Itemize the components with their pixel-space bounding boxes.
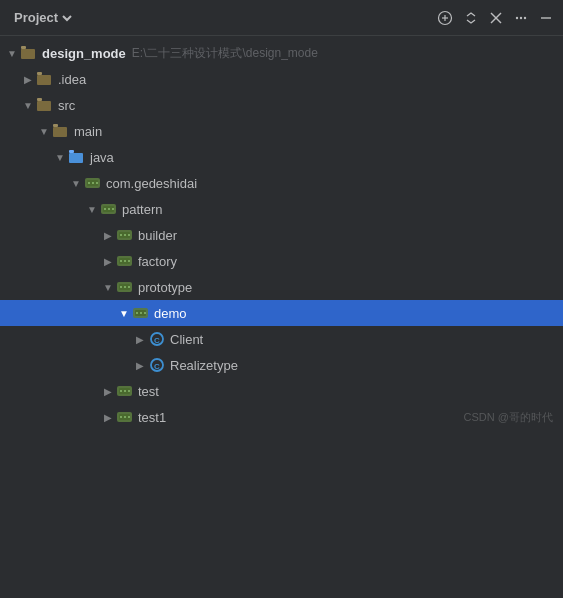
svg-rect-16 (53, 127, 67, 137)
label-pattern: pattern (122, 202, 162, 217)
label-demo: demo (154, 306, 187, 321)
path-design_mode: E:\二十三种设计模式\design_mode (132, 45, 318, 62)
svg-rect-10 (21, 49, 27, 52)
svg-text:C: C (154, 362, 160, 371)
svg-point-42 (120, 286, 122, 288)
demo-package-icon (132, 304, 150, 322)
svg-point-34 (128, 234, 130, 236)
factory-package-icon (116, 252, 134, 270)
tree-item-java[interactable]: java (0, 144, 563, 170)
more-icon[interactable] (513, 10, 529, 26)
svg-point-22 (88, 182, 90, 184)
chevron-down-icon[interactable] (62, 13, 72, 23)
java-folder-icon (68, 148, 86, 166)
builder-package-icon (116, 226, 134, 244)
tree-item-test1[interactable]: test1 CSDN @哥的时代 (0, 404, 563, 430)
project-panel: Project (0, 0, 563, 598)
tree-item-com_gedeshidai[interactable]: com.gedeshidai (0, 170, 563, 196)
svg-rect-18 (69, 153, 83, 163)
label-test: test (138, 384, 159, 399)
svg-rect-15 (37, 98, 42, 101)
label-src: src (58, 98, 75, 113)
arrow-src (20, 100, 36, 111)
project-tree: design_mode E:\二十三种设计模式\design_mode .ide… (0, 36, 563, 598)
expand-collapse-icon[interactable] (463, 10, 479, 26)
header-left: Project (14, 10, 72, 25)
svg-point-61 (120, 416, 122, 418)
svg-rect-19 (69, 150, 74, 153)
tree-item-test[interactable]: test (0, 378, 563, 404)
svg-point-47 (136, 312, 138, 314)
tree-item-prototype[interactable]: prototype (0, 274, 563, 300)
svg-point-63 (128, 416, 130, 418)
svg-point-29 (112, 208, 114, 210)
arrow-builder (100, 230, 116, 241)
svg-point-43 (124, 286, 126, 288)
svg-rect-12 (37, 75, 51, 85)
src-folder-icon (36, 96, 54, 114)
svg-point-62 (124, 416, 126, 418)
minimize-icon[interactable] (539, 11, 553, 25)
svg-point-49 (144, 312, 146, 314)
client-class-icon: C (148, 330, 166, 348)
label-java: java (90, 150, 114, 165)
svg-point-39 (128, 260, 130, 262)
panel-title: Project (14, 10, 58, 25)
arrow-factory (100, 256, 116, 267)
arrow-idea (20, 74, 36, 85)
svg-point-7 (524, 16, 526, 18)
label-com_gedeshidai: com.gedeshidai (106, 176, 197, 191)
pattern-package-icon (100, 200, 118, 218)
realizetype-class-icon: C (148, 356, 166, 374)
add-icon[interactable] (437, 10, 453, 26)
svg-point-56 (120, 390, 122, 392)
tree-item-idea[interactable]: .idea (0, 66, 563, 92)
test1-package-icon (116, 408, 134, 426)
svg-point-44 (128, 286, 130, 288)
tree-item-demo[interactable]: demo (0, 300, 563, 326)
idea-folder-icon (36, 70, 54, 88)
label-prototype: prototype (138, 280, 192, 295)
svg-point-28 (108, 208, 110, 210)
svg-point-58 (128, 390, 130, 392)
arrow-demo (116, 308, 132, 319)
tree-item-design_mode[interactable]: design_mode E:\二十三种设计模式\design_mode (0, 40, 563, 66)
svg-rect-14 (37, 101, 51, 111)
arrow-com_gedeshidai (68, 178, 84, 189)
tree-item-src[interactable]: src (0, 92, 563, 118)
label-design_mode: design_mode (42, 46, 126, 61)
tree-item-main[interactable]: main (0, 118, 563, 144)
label-builder: builder (138, 228, 177, 243)
close-icon[interactable] (489, 11, 503, 25)
arrow-main (36, 126, 52, 137)
label-client: Client (170, 332, 203, 347)
svg-point-37 (120, 260, 122, 262)
watermark-label: CSDN @哥的时代 (464, 410, 553, 425)
label-factory: factory (138, 254, 177, 269)
svg-point-57 (124, 390, 126, 392)
main-folder-icon (52, 122, 70, 140)
svg-rect-17 (53, 124, 58, 127)
arrow-pattern (84, 204, 100, 215)
com-package-icon (84, 174, 102, 192)
svg-rect-11 (21, 46, 26, 49)
label-idea: .idea (58, 72, 86, 87)
arrow-java (52, 152, 68, 163)
arrow-design_mode (4, 48, 20, 59)
test-package-icon (116, 382, 134, 400)
header-icons (437, 10, 553, 26)
svg-point-32 (120, 234, 122, 236)
svg-point-48 (140, 312, 142, 314)
tree-item-realizetype[interactable]: C Realizetype (0, 352, 563, 378)
svg-rect-13 (37, 72, 42, 75)
arrow-test1 (100, 412, 116, 423)
tree-item-builder[interactable]: builder (0, 222, 563, 248)
tree-item-client[interactable]: C Client (0, 326, 563, 352)
label-test1: test1 (138, 410, 166, 425)
tree-item-factory[interactable]: factory (0, 248, 563, 274)
svg-point-38 (124, 260, 126, 262)
arrow-realizetype (132, 360, 148, 371)
svg-point-6 (520, 16, 522, 18)
tree-item-pattern[interactable]: pattern (0, 196, 563, 222)
svg-point-24 (96, 182, 98, 184)
